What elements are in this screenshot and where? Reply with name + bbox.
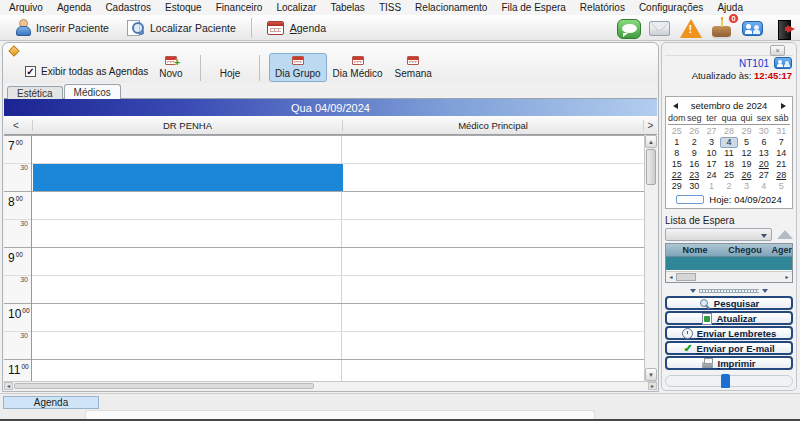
calendar-day[interactable]: 30 — [755, 126, 772, 137]
menu-item-tiss[interactable]: TISS — [372, 1, 408, 14]
waitlist-scrollbar-thumb[interactable] — [676, 273, 696, 281]
calendar-day[interactable]: 25 — [668, 126, 685, 137]
calendar-day[interactable]: 1 — [703, 181, 720, 192]
scroll-up-icon[interactable] — [645, 135, 657, 148]
warning-button[interactable] — [677, 17, 704, 40]
calendar-day[interactable]: 25 — [720, 170, 737, 181]
view-button-hoje[interactable]: Hoje — [210, 53, 250, 82]
horizontal-scrollbar-thumb[interactable] — [14, 383, 314, 389]
view-button-dia-grupo[interactable]: Dia Grupo — [269, 53, 327, 82]
calendar-day[interactable]: 13 — [755, 148, 772, 159]
toolbar-button-agenda[interactable]: Agenda — [258, 19, 335, 37]
calendar-day[interactable]: 4 — [720, 137, 737, 148]
appointment-block[interactable] — [33, 164, 343, 191]
calendar-day[interactable]: 22 — [668, 170, 685, 181]
calendar-day[interactable]: 26 — [685, 126, 702, 137]
action-button-imprimir[interactable]: Imprimir — [665, 356, 793, 370]
prev-column-arrow[interactable]: < — [4, 120, 32, 131]
menu-item-agenda[interactable]: Agenda — [50, 1, 98, 14]
mail-button[interactable] — [646, 17, 673, 40]
calendar-day[interactable]: 3 — [703, 137, 720, 148]
calendar-day[interactable]: 29 — [668, 181, 685, 192]
calendar-day[interactable]: 16 — [685, 159, 702, 170]
tab-medicos[interactable]: Médicos — [64, 84, 121, 99]
waitlist-dropdown[interactable] — [665, 228, 772, 241]
menu-item-relatorios[interactable]: Relatórios — [573, 1, 632, 14]
scroll-down-icon[interactable] — [645, 368, 657, 381]
menu-item-localizar[interactable]: Localizar — [269, 1, 323, 14]
calendar-day[interactable]: 5 — [738, 137, 755, 148]
calendar-day[interactable]: 15 — [668, 159, 685, 170]
calendar-day[interactable]: 8 — [668, 148, 685, 159]
action-button-enviar-por-e-mail[interactable]: ✓Enviar por E-mail — [665, 341, 793, 355]
calendar-day[interactable]: 24 — [703, 170, 720, 181]
view-button-dia-medico[interactable]: Dia Médico — [327, 53, 389, 82]
contacts-button[interactable] — [739, 17, 766, 40]
calendar-day[interactable]: 12 — [738, 148, 755, 159]
calendar-day[interactable]: 18 — [720, 159, 737, 170]
scroll-left-icon[interactable] — [667, 273, 675, 281]
calendar-day[interactable]: 6 — [755, 137, 772, 148]
view-button-novo[interactable]: +Novo — [151, 53, 191, 82]
calendar-day[interactable]: 4 — [755, 181, 772, 192]
close-icon[interactable]: × — [770, 45, 785, 56]
calendar-day[interactable]: 11 — [720, 148, 737, 159]
action-button-enviar-lembretes[interactable]: Enviar Lembretes — [665, 326, 793, 340]
calendar-day[interactable]: 27 — [703, 126, 720, 137]
vertical-scrollbar[interactable] — [644, 135, 657, 381]
scroll-right-icon[interactable] — [648, 382, 657, 390]
next-month-icon[interactable] — [775, 101, 791, 111]
vertical-scrollbar-thumb[interactable] — [646, 149, 656, 185]
toolbar-button-inserir-paciente[interactable]: Inserir Paciente — [6, 17, 118, 38]
zoom-slider[interactable] — [665, 375, 793, 387]
waitlist-selected-row[interactable] — [666, 257, 792, 270]
cake-button[interactable]: 0 — [708, 17, 735, 40]
panel-splitter[interactable] — [687, 287, 771, 294]
menu-item-tabelas[interactable]: Tabelas — [323, 1, 371, 14]
calendar-day[interactable]: 2 — [685, 137, 702, 148]
collapse-triangle-icon[interactable] — [777, 230, 793, 239]
calendar-day[interactable]: 14 — [773, 148, 790, 159]
toolbar-button-localizar-paciente[interactable]: Localizar Paciente — [118, 17, 245, 38]
schedule-column-medico-principal[interactable] — [342, 135, 644, 381]
show-all-agendas-checkbox[interactable] — [25, 66, 36, 77]
menu-item-ajuda[interactable]: Ajuda — [710, 1, 750, 14]
prev-month-icon[interactable] — [667, 101, 683, 111]
calendar-day[interactable]: 28 — [720, 126, 737, 137]
tab-estetica[interactable]: Estética — [7, 86, 63, 99]
calendar-day[interactable]: 1 — [668, 137, 685, 148]
calendar-day[interactable]: 20 — [755, 159, 772, 170]
scroll-left-icon[interactable] — [4, 382, 13, 390]
menu-item-configuracoes[interactable]: Configurações — [632, 1, 710, 14]
calendar-day[interactable]: 9 — [685, 148, 702, 159]
calendar-day[interactable]: 31 — [773, 126, 790, 137]
calendar-day[interactable]: 28 — [773, 170, 790, 181]
view-button-semana[interactable]: Semana — [389, 53, 438, 82]
calendar-day[interactable]: 3 — [738, 181, 755, 192]
zoom-slider-thumb[interactable] — [721, 374, 730, 388]
scroll-right-icon[interactable] — [783, 273, 791, 281]
waitlist-scrollbar[interactable] — [666, 271, 792, 282]
bottom-tab-agenda[interactable]: Agenda — [3, 396, 99, 409]
menu-item-financeiro[interactable]: Financeiro — [209, 1, 270, 14]
menu-item-cadastros[interactable]: Cadastros — [98, 1, 158, 14]
horizontal-scrollbar[interactable] — [4, 381, 657, 390]
menu-item-estoque[interactable]: Estoque — [158, 1, 209, 14]
minimized-window-strip[interactable] — [85, 410, 595, 419]
calendar-day[interactable]: 5 — [773, 181, 790, 192]
action-button-pesquisar[interactable]: Pesquisar — [665, 296, 793, 310]
next-column-arrow[interactable]: > — [643, 120, 657, 131]
calendar-day[interactable]: 19 — [738, 159, 755, 170]
calendar-day[interactable]: 17 — [703, 159, 720, 170]
menu-item-fila-de-espera[interactable]: Fila de Espera — [494, 1, 572, 14]
calendar-day[interactable]: 10 — [703, 148, 720, 159]
calendar-day[interactable]: 29 — [738, 126, 755, 137]
action-button-atualizar[interactable]: Atualizar — [665, 311, 793, 325]
users-icon[interactable] — [774, 57, 792, 69]
calendar-day[interactable]: 21 — [773, 159, 790, 170]
menu-item-relacionamento[interactable]: Relacionamento — [408, 1, 494, 14]
calendar-day[interactable]: 27 — [755, 170, 772, 181]
calendar-day[interactable]: 2 — [720, 181, 737, 192]
calendar-day[interactable]: 7 — [773, 137, 790, 148]
calendar-day[interactable]: 30 — [685, 181, 702, 192]
